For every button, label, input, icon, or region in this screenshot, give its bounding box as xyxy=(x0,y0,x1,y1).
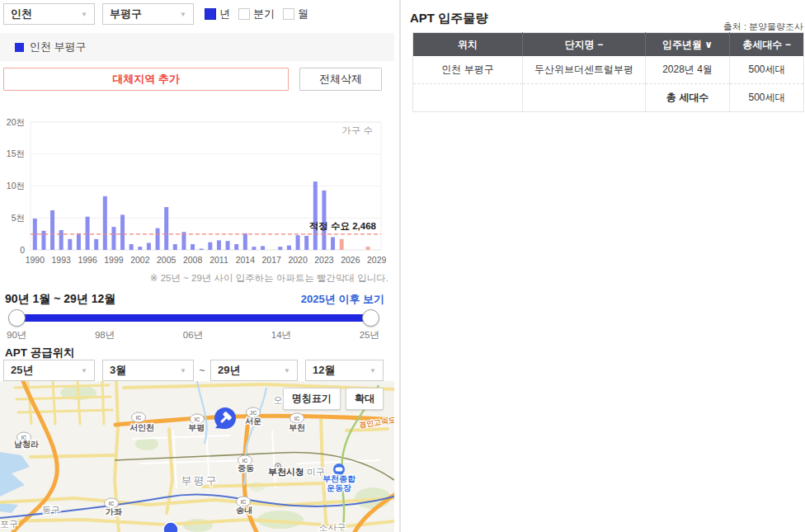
supply-year-from-value: 25년 xyxy=(11,363,33,378)
right-panel: APT 입주물량 출처 : 분양물량조사 위치단지명 −입주년월 ∨총세대수 −… xyxy=(401,0,805,532)
interchange-badge-icon: IC xyxy=(290,413,304,423)
svg-text:2014: 2014 xyxy=(236,255,256,265)
map-label: 부천종합 xyxy=(322,474,355,483)
svg-text:2020: 2020 xyxy=(288,255,308,265)
household-bar-chart: 05천10천15천20천1990199319961999200220052008… xyxy=(0,112,394,271)
svg-text:1996: 1996 xyxy=(78,255,97,265)
map-label: 송내 xyxy=(236,506,252,515)
table-cell xyxy=(413,84,523,112)
move-in-volume-table: 위치단지명 −입주년월 ∨총세대수 − 인천 부평구두산위브더센트럴부평2028… xyxy=(412,32,804,112)
map-pin-secondary-icon[interactable] xyxy=(163,522,178,532)
svg-text:IC: IC xyxy=(294,416,300,421)
legend-color-icon xyxy=(15,43,24,52)
region-district-select[interactable]: 부평구 xyxy=(102,3,194,25)
supply-month-from-select[interactable]: 3월 xyxy=(102,360,194,381)
interchange-badge-icon: IC xyxy=(132,412,146,422)
page-title: APT 입주물량 xyxy=(410,11,487,26)
map-button-group: 명칭표기 확대 xyxy=(283,388,384,410)
slider-tick-label: 14년 xyxy=(271,329,291,341)
table-cell: 총 세대수 xyxy=(646,84,730,112)
range-tilde: ~ xyxy=(198,365,206,376)
table-header-row: 위치단지명 −입주년월 ∨총세대수 − xyxy=(413,33,804,57)
map-label: 동구 xyxy=(42,505,60,515)
checkbox-icon[interactable] xyxy=(205,8,216,20)
svg-text:15천: 15천 xyxy=(7,148,25,158)
svg-text:2005: 2005 xyxy=(157,255,177,265)
svg-text:IC: IC xyxy=(136,415,142,421)
svg-text:5천: 5천 xyxy=(12,213,25,223)
slider-track[interactable] xyxy=(16,314,372,322)
column-header[interactable]: 입주년월 ∨ xyxy=(646,33,730,57)
chart-footnote: ※ 25년 ~ 29년 사이 입주하는 아파트는 빨간막대 입니다. xyxy=(0,272,388,285)
slider-handle-right[interactable] xyxy=(362,309,379,327)
column-header[interactable]: 총세대수 − xyxy=(730,33,804,57)
toggle-labels-button[interactable]: 명칭표기 xyxy=(283,388,341,410)
chevron-down-icon xyxy=(284,367,290,374)
svg-text:IC: IC xyxy=(241,499,247,505)
legend-label: 인천 부평구 xyxy=(30,40,87,54)
add-alt-region-button[interactable]: 대체지역 추가 xyxy=(3,68,289,91)
supply-period-row: 25년 3월 ~ 29년 12월 xyxy=(3,360,384,381)
stadium-icon xyxy=(333,464,345,475)
range-header: 90년 1월 ~ 29년 12월 2025년 이후 보기 xyxy=(5,292,384,307)
region-city-select[interactable]: 인천 xyxy=(3,3,95,25)
supply-month-to-select[interactable]: 12월 xyxy=(305,360,384,381)
slider-handle-left[interactable] xyxy=(8,309,26,327)
zoom-in-button[interactable]: 확대 xyxy=(346,388,384,410)
svg-text:IC: IC xyxy=(195,417,200,422)
map-label: 중동 xyxy=(238,464,254,473)
table-cell: 2028년 4월 xyxy=(646,56,730,84)
view-after-2025-link[interactable]: 2025년 이후 보기 xyxy=(301,292,384,307)
supply-month-to-value: 12월 xyxy=(313,363,335,378)
year-range-slider[interactable] xyxy=(8,308,379,327)
svg-text:2008: 2008 xyxy=(183,255,203,265)
checkbox-label: 년 xyxy=(219,7,230,21)
svg-text:0: 0 xyxy=(20,245,25,255)
column-header[interactable]: 단지명 − xyxy=(523,33,646,57)
period-checkbox-group: 년분기월 xyxy=(205,7,308,21)
checkbox-label: 월 xyxy=(298,7,308,21)
chevron-down-icon xyxy=(81,367,87,374)
svg-text:JC: JC xyxy=(250,410,257,416)
table-cell xyxy=(523,84,646,112)
map-label: 운동장 xyxy=(327,483,351,492)
slider-tick-label: 98년 xyxy=(95,329,115,341)
checkbox-label: 분기 xyxy=(253,7,275,21)
clear-all-button[interactable]: 전체삭제 xyxy=(299,68,382,91)
checkbox-icon[interactable] xyxy=(283,8,294,20)
slider-tick-label: 06년 xyxy=(183,329,203,341)
svg-text:IC: IC xyxy=(109,501,115,506)
page: 인천 부평구 년분기월 인천 부평구 대체지역 추가 전체삭제 05천10천15… xyxy=(0,0,805,532)
period-checkbox-년[interactable]: 년 xyxy=(205,7,230,21)
svg-text:2023: 2023 xyxy=(314,255,334,265)
svg-text:2017: 2017 xyxy=(262,255,282,265)
svg-text:2029: 2029 xyxy=(367,255,387,265)
region-district-value: 부평구 xyxy=(110,7,142,21)
supply-year-from-select[interactable]: 25년 xyxy=(3,360,95,381)
slider-tick-labels: 90년98년06년14년25년 xyxy=(7,329,379,341)
action-button-row: 대체지역 추가 전체삭제 xyxy=(0,68,394,92)
supply-location-map[interactable]: 명칭표기 확대 xyxy=(0,381,394,532)
region-city-value: 인천 xyxy=(11,7,32,21)
svg-text:10천: 10천 xyxy=(7,181,25,191)
range-label: 90년 1월 ~ 29년 12월 xyxy=(5,292,115,307)
column-header[interactable]: 위치 xyxy=(413,33,523,57)
svg-text:1990: 1990 xyxy=(26,255,45,265)
period-checkbox-월[interactable]: 월 xyxy=(283,7,308,21)
map-label: 부천 xyxy=(289,423,305,432)
checkbox-icon[interactable] xyxy=(238,8,250,20)
slider-tick-label: 25년 xyxy=(360,329,379,341)
data-source-label: 출처 : 분양물량조사 xyxy=(723,21,803,33)
map-label: 부평구 xyxy=(181,474,219,487)
table-row: 인천 부평구두산위브더센트럴부평2028년 4월500세대 xyxy=(413,56,804,84)
left-panel: 인천 부평구 년분기월 인천 부평구 대체지역 추가 전체삭제 05천10천15… xyxy=(0,0,399,532)
supply-year-to-select[interactable]: 29년 xyxy=(210,360,298,381)
map-label: 가좌 xyxy=(106,507,122,516)
map-pin-icon[interactable] xyxy=(214,407,236,429)
map-label: 서인천 xyxy=(129,423,154,432)
period-checkbox-분기[interactable]: 분기 xyxy=(238,7,275,21)
svg-text:2026: 2026 xyxy=(341,255,360,265)
svg-text:2002: 2002 xyxy=(130,255,150,265)
map-label: 부천시청 xyxy=(268,467,304,477)
map-label: 소사구 xyxy=(319,522,346,532)
